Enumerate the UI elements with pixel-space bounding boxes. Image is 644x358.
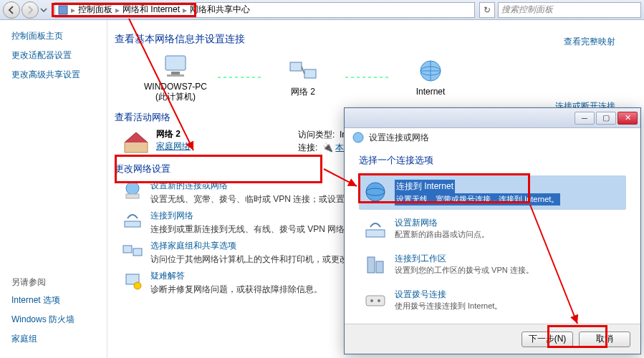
dialog-titlebar: ─ ▢ ✕	[345, 108, 640, 128]
svg-rect-2	[171, 72, 180, 74]
task-desc: 诊断并修复网络问题，或获得故障排除信息。	[150, 284, 322, 296]
control-panel-window: ▸ 控制面板 ▸ 网络和 Internet ▸ 网络和共享中心 ↻ 搜索控制面板…	[0, 0, 644, 358]
next-button[interactable]: 下一步(N)	[522, 332, 573, 347]
dialog-header: 设置连接或网络	[345, 128, 640, 147]
search-input[interactable]: 搜索控制面板	[498, 2, 641, 18]
maximize-button[interactable]: ▢	[596, 112, 616, 125]
nav-dropdown-icon[interactable]	[40, 6, 47, 14]
svg-rect-18	[366, 230, 385, 237]
svg-rect-5	[304, 69, 316, 78]
network-map: WINDOWS7-PC(此计算机) 网络 2 Internet	[136, 53, 623, 102]
see-full-map-link[interactable]: 查看完整映射	[564, 36, 615, 48]
sidebar-advanced-sharing[interactable]: 更改高级共享设置	[11, 69, 101, 81]
node-pc-sub: (此计算机)	[155, 92, 196, 102]
titlebar: ▸ 控制面板 ▸ 网络和 Internet ▸ 网络和共享中心 ↻ 搜索控制面板	[0, 0, 644, 20]
node-internet-label: Internet	[416, 87, 446, 97]
task-title: 疑难解答	[150, 270, 322, 282]
option-title: 设置拨号连接	[395, 289, 502, 301]
chevron-right-icon: ▸	[68, 5, 78, 15]
back-button[interactable]	[3, 1, 20, 19]
option-connect-to-internet[interactable]: 连接到 Internet 设置无线、宽带或拨号连接，连接到 Internet。	[359, 175, 626, 210]
active-net-name: 网络 2	[156, 128, 191, 140]
option-title: 连接到 Internet	[395, 180, 455, 193]
active-net-type[interactable]: 家庭网络	[156, 141, 191, 151]
dialog-footer: 下一步(N) 取消	[345, 324, 640, 354]
close-button[interactable]: ✕	[617, 112, 638, 125]
svg-point-16	[366, 183, 385, 201]
map-link-1	[218, 77, 261, 78]
node-pc-label: WINDOWS7-PC	[144, 82, 207, 92]
option-setup-new-network[interactable]: 设置新网络 配置新的路由器或访问点。	[359, 213, 626, 246]
control-panel-icon	[58, 5, 68, 15]
globe-icon	[352, 131, 365, 144]
sidebar-homegroup[interactable]: 家庭组	[11, 333, 101, 345]
option-desc: 设置到您的工作区的拨号或 VPN 连接。	[395, 265, 534, 276]
breadcrumb[interactable]: ▸ 控制面板 ▸ 网络和 Internet ▸ 网络和共享中心	[54, 2, 475, 18]
globe-icon	[416, 58, 445, 84]
access-type-label: 访问类型:	[298, 130, 335, 140]
see-also-heading: 另请参阅	[11, 276, 101, 289]
svg-point-14	[134, 282, 141, 289]
computer-icon	[161, 53, 190, 79]
workplace-icon	[363, 253, 388, 277]
task-title: 连接到网络	[150, 210, 370, 222]
svg-rect-0	[59, 6, 67, 14]
svg-point-22	[370, 299, 373, 302]
sidebar-windows-firewall[interactable]: Windows 防火墙	[11, 314, 101, 326]
task-desc: 连接到或重新连接到无线、有线、拨号或 VPN 网络连接。	[150, 223, 370, 236]
dialup-icon	[363, 289, 388, 313]
svg-rect-1	[165, 56, 186, 70]
globe-icon	[363, 180, 388, 204]
ethernet-icon: 🔌	[322, 142, 333, 153]
svg-rect-3	[167, 74, 184, 77]
svg-rect-9	[126, 194, 139, 198]
chevron-right-icon: ▸	[112, 5, 122, 15]
option-title: 连接到工作区	[395, 253, 534, 265]
svg-point-15	[353, 132, 363, 142]
connect-network-icon	[122, 210, 143, 231]
minimize-button[interactable]: ─	[575, 112, 595, 125]
cancel-button[interactable]: 取消	[579, 332, 630, 347]
connection-label: 连接:	[298, 142, 317, 153]
svg-rect-4	[290, 62, 302, 71]
troubleshoot-icon	[122, 270, 143, 291]
svg-point-8	[126, 182, 139, 195]
svg-rect-21	[366, 296, 385, 306]
option-connect-to-workplace[interactable]: 连接到工作区 设置到您的工作区的拨号或 VPN 连接。	[359, 248, 626, 281]
setup-connection-icon	[122, 180, 143, 201]
dialog-title: 选择一个连接选项	[359, 154, 626, 167]
svg-rect-20	[376, 261, 383, 273]
option-desc: 设置无线、宽带或拨号连接，连接到 Internet。	[395, 193, 560, 205]
option-setup-dialup[interactable]: 设置拨号连接 使用拨号连接连接到 Internet。	[359, 284, 626, 317]
option-desc: 使用拨号连接连接到 Internet。	[395, 301, 502, 311]
refresh-button[interactable]: ↻	[479, 2, 495, 18]
option-desc: 配置新的路由器或访问点。	[395, 229, 489, 240]
svg-rect-19	[367, 257, 375, 273]
dialog-header-text: 设置连接或网络	[369, 132, 429, 144]
map-node-network: 网络 2	[264, 58, 342, 97]
breadcrumb-seg-3[interactable]: 网络和共享中心	[190, 4, 250, 16]
node-net-label: 网络 2	[291, 87, 315, 97]
sidebar-adapter-settings[interactable]: 更改适配器设置	[11, 49, 101, 62]
breadcrumb-seg-1[interactable]: 控制面板	[78, 4, 112, 16]
chevron-right-icon: ▸	[180, 5, 190, 15]
sidebar-internet-options[interactable]: Internet 选项	[11, 294, 101, 306]
page-title: 查看基本网络信息并设置连接	[115, 33, 623, 46]
forward-button[interactable]	[21, 1, 39, 19]
sidebar-home[interactable]: 控制面板主页	[11, 30, 101, 42]
homegroup-icon	[122, 240, 143, 261]
search-placeholder: 搜索控制面板	[501, 4, 553, 16]
option-title: 设置新网络	[395, 217, 489, 229]
network-icon	[289, 58, 317, 84]
breadcrumb-seg-2[interactable]: 网络和 Internet	[122, 4, 180, 16]
svg-rect-11	[123, 246, 132, 253]
map-node-internet: Internet	[391, 58, 470, 97]
setup-connection-wizard: ─ ▢ ✕ 设置连接或网络 选择一个连接选项 连接到 Internet 设置无线…	[344, 107, 641, 354]
map-node-this-pc: WINDOWS7-PC(此计算机)	[136, 53, 215, 102]
svg-rect-10	[125, 221, 140, 227]
map-link-2	[345, 77, 388, 78]
dialog-body: 选择一个连接选项 连接到 Internet 设置无线、宽带或拨号连接，连接到 I…	[345, 147, 640, 327]
svg-point-23	[378, 299, 380, 302]
router-icon	[363, 217, 388, 241]
sidebar: 控制面板主页 更改适配器设置 更改高级共享设置 另请参阅 Internet 选项…	[0, 20, 107, 358]
